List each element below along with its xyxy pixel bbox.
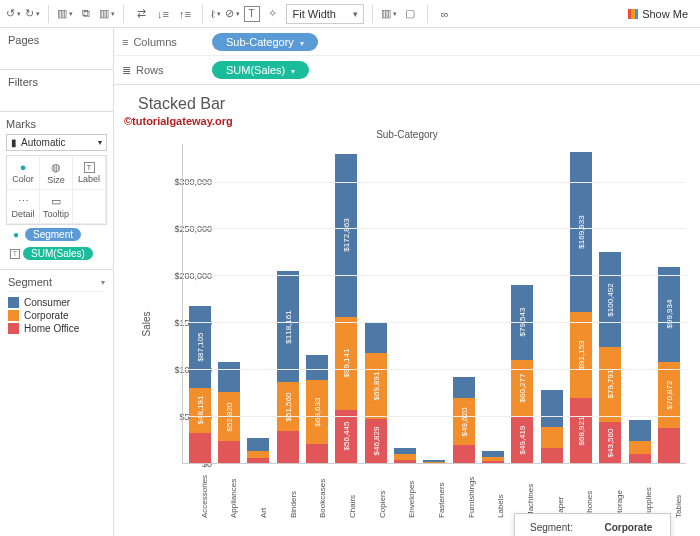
marks-size[interactable]: ◍Size <box>40 156 73 190</box>
marks-tooltip[interactable]: ▭Tooltip <box>40 190 73 224</box>
segment-consumer[interactable]: $100,492 <box>599 252 621 347</box>
segment-consumer[interactable] <box>482 451 504 457</box>
legend-item-corporate[interactable]: Corporate <box>8 309 105 322</box>
segment-home-office[interactable]: $49,419 <box>511 417 533 464</box>
segment-consumer[interactable] <box>423 460 445 461</box>
segment-corporate[interactable] <box>423 462 445 463</box>
bar-accessories[interactable]: $48,191$87,105 <box>189 306 211 463</box>
marks-color[interactable]: ●Color <box>7 156 40 190</box>
segment-corporate[interactable] <box>541 427 563 448</box>
bar-storage[interactable]: $43,560$79,791$100,492 <box>599 252 621 463</box>
bar-paper[interactable] <box>541 390 563 463</box>
bar-fasteners[interactable] <box>423 460 445 463</box>
segment-corporate[interactable]: $70,872 <box>658 362 680 429</box>
marks-pill-sales[interactable]: T SUM(Sales) <box>6 244 107 263</box>
segment-home-office[interactable] <box>277 431 299 463</box>
rows-pill-sum-sales[interactable]: SUM(Sales) <box>212 61 309 79</box>
segment-corporate[interactable] <box>247 451 269 459</box>
bar-envelopes[interactable] <box>394 448 416 463</box>
bar-supplies[interactable] <box>629 420 651 463</box>
undo-button[interactable]: ↺▾ <box>6 7 21 20</box>
segment-home-office[interactable] <box>247 458 269 463</box>
plot-area[interactable]: $48,191$87,105$52,820$51,560$118,161$68,… <box>182 144 686 464</box>
bar-furnishings[interactable]: $49,620 <box>453 377 475 463</box>
segment-home-office[interactable]: $43,560 <box>599 422 621 463</box>
bar-binders[interactable]: $51,560$118,161 <box>277 271 299 463</box>
bar-tables[interactable]: $70,872$99,934 <box>658 267 680 463</box>
segment-consumer[interactable] <box>394 448 416 455</box>
segment-home-office[interactable]: $46,829 <box>365 419 387 463</box>
segment-consumer[interactable]: $172,863 <box>335 154 357 317</box>
segment-home-office[interactable] <box>482 461 504 463</box>
segment-consumer[interactable] <box>453 377 475 399</box>
segment-corporate[interactable]: $49,620 <box>453 398 475 445</box>
bar-art[interactable] <box>247 438 269 463</box>
legend-item-consumer[interactable]: Consumer <box>8 296 105 309</box>
marks-detail[interactable]: ⋯Detail <box>7 190 40 224</box>
bar-labels[interactable] <box>482 451 504 463</box>
segment-home-office[interactable] <box>189 433 211 463</box>
segment-consumer[interactable] <box>629 420 651 442</box>
redo-button[interactable]: ↻▾ <box>25 7 40 20</box>
presentation-button[interactable]: ▢ <box>401 5 419 23</box>
bar-bookcases[interactable]: $68,633 <box>306 355 328 463</box>
segment-consumer[interactable]: $87,105 <box>189 306 211 388</box>
segment-consumer[interactable] <box>218 362 240 392</box>
segment-corporate[interactable] <box>394 454 416 460</box>
show-me-button[interactable]: Show Me <box>622 8 694 20</box>
chart-title[interactable]: Stacked Bar <box>138 95 690 113</box>
columns-pill-sub-category[interactable]: Sub-Category <box>212 33 318 51</box>
marks-label[interactable]: TLabel <box>73 156 106 190</box>
segment-home-office[interactable] <box>541 448 563 463</box>
segment-corporate[interactable] <box>482 457 504 461</box>
segment-home-office[interactable]: $56,445 <box>335 410 357 463</box>
segment-consumer[interactable] <box>306 355 328 379</box>
segment-corporate[interactable]: $48,191 <box>189 388 211 433</box>
segment-home-office[interactable] <box>218 441 240 463</box>
rows-shelf[interactable]: ≣Rows SUM(Sales) <box>114 56 700 84</box>
segment-consumer[interactable]: $118,161 <box>277 271 299 382</box>
segment-home-office[interactable] <box>629 454 651 463</box>
marks-pill-segment[interactable]: ● Segment <box>6 225 107 244</box>
pages-shelf[interactable]: Pages <box>0 28 113 70</box>
segment-corporate[interactable]: $69,891 <box>365 353 387 419</box>
segment-corporate[interactable] <box>629 441 651 454</box>
bar-appliances[interactable]: $52,820 <box>218 362 240 463</box>
group-button[interactable]: ⊘▾ <box>225 7 240 20</box>
highlight-button[interactable]: ℓ▾ <box>211 8 221 20</box>
segment-home-office[interactable] <box>423 462 445 463</box>
sort-asc-button[interactable]: ↓≡ <box>154 5 172 23</box>
segment-corporate[interactable]: $99,141 <box>335 317 357 410</box>
bar-copiers[interactable]: $46,829$69,891 <box>365 322 387 463</box>
segment-consumer[interactable] <box>365 322 387 353</box>
view-cards-button[interactable]: ▥▾ <box>381 7 397 20</box>
legend-menu-button[interactable]: ▾ <box>101 278 105 287</box>
pin-button[interactable]: ✧ <box>264 5 282 23</box>
marks-type-select[interactable]: ▮Automatic▾ <box>6 134 107 151</box>
segment-home-office[interactable] <box>306 444 328 463</box>
segment-home-office[interactable] <box>453 445 475 463</box>
segment-consumer[interactable]: $99,934 <box>658 267 680 361</box>
new-sheet-button[interactable]: ▥▾ <box>57 7 73 20</box>
share-button[interactable]: ∞ <box>436 5 454 23</box>
segment-corporate[interactable]: $79,791 <box>599 347 621 422</box>
segment-corporate[interactable]: $51,560 <box>277 382 299 431</box>
filters-shelf[interactable]: Filters <box>0 70 113 112</box>
clear-button[interactable]: ▥▾ <box>99 7 115 20</box>
duplicate-button[interactable]: ⧉ <box>77 5 95 23</box>
sort-desc-button[interactable]: ↑≡ <box>176 5 194 23</box>
segment-consumer[interactable]: $169,933 <box>570 152 592 312</box>
segment-corporate[interactable]: $68,633 <box>306 380 328 445</box>
columns-shelf[interactable]: ≡Columns Sub-Category <box>114 28 700 56</box>
bar-machines[interactable]: $49,419$60,277$79,543 <box>511 285 533 463</box>
segment-home-office[interactable] <box>394 460 416 463</box>
fit-select[interactable]: Fit Width <box>286 4 364 24</box>
segment-home-office[interactable]: $68,921 <box>570 398 592 463</box>
segment-corporate[interactable]: $91,153 <box>570 312 592 398</box>
segment-consumer[interactable] <box>541 390 563 428</box>
swap-button[interactable]: ⇄ <box>132 5 150 23</box>
label-toggle-button[interactable]: T <box>244 6 260 22</box>
segment-consumer[interactable] <box>247 438 269 451</box>
segment-home-office[interactable] <box>658 428 680 463</box>
legend-item-home-office[interactable]: Home Office <box>8 322 105 335</box>
